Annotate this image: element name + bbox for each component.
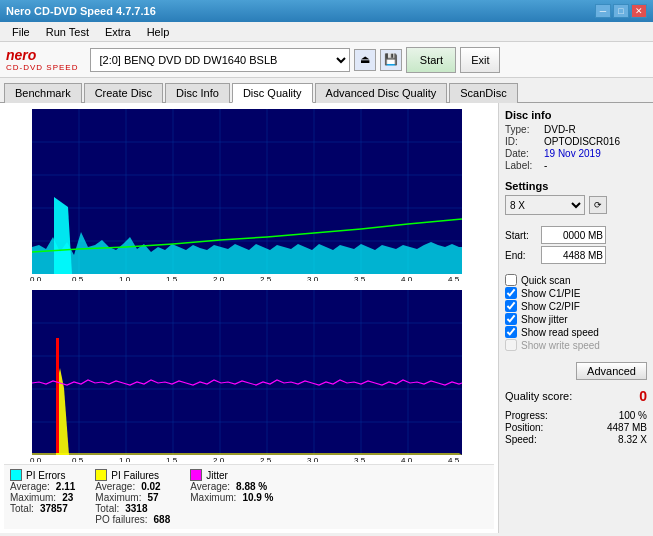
chart2-x-4.5: 4.5 xyxy=(448,456,460,462)
tab-disc-info[interactable]: Disc Info xyxy=(165,83,230,103)
settings-icon[interactable]: ⟳ xyxy=(589,196,607,214)
chart2-x-2.5: 2.5 xyxy=(260,456,272,462)
start-input[interactable] xyxy=(541,226,606,244)
main-content: 50 40 30 20 10 20 16 12 8 4 0.0 0.5 1.0 … xyxy=(0,103,653,533)
pi-failures-max-row: Maximum: 57 xyxy=(95,492,170,503)
quality-score-row: Quality score: 0 xyxy=(505,388,647,404)
tab-create-disc[interactable]: Create Disc xyxy=(84,83,163,103)
show-read-checkbox[interactable] xyxy=(505,326,517,338)
chart1-y-label-20: 20 xyxy=(6,207,15,216)
speed-select[interactable]: 1 X2 X4 X8 X12 X16 XMax xyxy=(505,195,585,215)
chart2-yr-label-16: 16 xyxy=(465,322,474,331)
title-bar: Nero CD-DVD Speed 4.7.7.16 ─ □ ✕ xyxy=(0,0,653,22)
settings-section: Settings 1 X2 X4 X8 X12 X16 XMax ⟳ xyxy=(505,180,647,218)
disc-type-row: Type: DVD-R xyxy=(505,124,647,135)
start-button[interactable]: Start xyxy=(406,47,456,73)
chart1-yr-label-8: 8 xyxy=(465,207,470,216)
stats-bar: PI Errors Average: 2.11 Maximum: 23 Tota… xyxy=(4,464,494,529)
toolbar: nero CD-DVD SPEED [2:0] BENQ DVD DD DW16… xyxy=(0,42,653,78)
jitter-max-row: Maximum: 10.9 % xyxy=(190,492,273,503)
menu-help[interactable]: Help xyxy=(139,24,178,40)
quality-score-value: 0 xyxy=(639,388,647,404)
chart2-red-spike xyxy=(56,338,59,453)
show-c1-checkbox[interactable] xyxy=(505,287,517,299)
tab-scan-disc[interactable]: ScanDisc xyxy=(449,83,517,103)
chart1-x-3.5: 3.5 xyxy=(354,275,366,281)
stat-jitter: Jitter Average: 8.88 % Maximum: 10.9 % xyxy=(190,469,273,525)
show-jitter-checkbox[interactable] xyxy=(505,313,517,325)
advanced-button[interactable]: Advanced xyxy=(576,362,647,380)
chart2-y-label-40: 40 xyxy=(6,388,15,397)
stat-pi-failures: PI Failures Average: 0.02 Maximum: 57 To… xyxy=(95,469,170,525)
eject-icon[interactable]: ⏏ xyxy=(354,49,376,71)
chart2-y-label-80: 80 xyxy=(6,322,15,331)
right-panel: Disc info Type: DVD-R ID: OPTODISCR016 D… xyxy=(498,103,653,533)
tab-benchmark[interactable]: Benchmark xyxy=(4,83,82,103)
pi-errors-average-row: Average: 2.11 xyxy=(10,481,75,492)
menu-bar: File Run Test Extra Help xyxy=(0,22,653,42)
nero-logo-subtitle: CD-DVD SPEED xyxy=(6,63,78,72)
chart2-x-0.0: 0.0 xyxy=(30,456,42,462)
position-row: Position: 4487 MB xyxy=(505,422,647,433)
chart1-svg: 50 40 30 20 10 20 16 12 8 4 0.0 0.5 1.0 … xyxy=(4,107,494,281)
save-icon[interactable]: 💾 xyxy=(380,49,402,71)
chart-pi-errors: 50 40 30 20 10 20 16 12 8 4 0.0 0.5 1.0 … xyxy=(4,107,494,281)
end-input[interactable] xyxy=(541,246,606,264)
jitter-color xyxy=(190,469,202,481)
menu-file[interactable]: File xyxy=(4,24,38,40)
pi-failures-po-row: PO failures: 688 xyxy=(95,514,170,525)
show-jitter-row: Show jitter xyxy=(505,313,647,325)
chart-pi-failures: 100 80 60 40 20 20 16 12 8 4 0.0 0.5 1.0… xyxy=(4,288,494,462)
chart1-x-2.5: 2.5 xyxy=(260,275,272,281)
tab-bar: Benchmark Create Disc Disc Info Disc Qua… xyxy=(0,78,653,103)
menu-extra[interactable]: Extra xyxy=(97,24,139,40)
chart1-yr-label-20: 20 xyxy=(465,108,474,117)
window-controls: ─ □ ✕ xyxy=(595,4,647,18)
pi-failures-color xyxy=(95,469,107,481)
chart1-yr-label-16: 16 xyxy=(465,141,474,150)
pi-errors-max-row: Maximum: 23 xyxy=(10,492,75,503)
chart1-x-3.0: 3.0 xyxy=(307,275,319,281)
nero-logo: nero CD-DVD SPEED xyxy=(6,47,78,72)
quick-scan-checkbox[interactable] xyxy=(505,274,517,286)
end-row: End: xyxy=(505,246,647,264)
disc-info-title: Disc info xyxy=(505,109,647,121)
menu-run-test[interactable]: Run Test xyxy=(38,24,97,40)
chart2-y-label-100: 100 xyxy=(4,289,18,298)
show-read-row: Show read speed xyxy=(505,326,647,338)
checkboxes-section: Quick scan Show C1/PIE Show C2/PIF Show … xyxy=(505,274,647,352)
disc-label-row: Label: - xyxy=(505,160,647,171)
maximize-button[interactable]: □ xyxy=(613,4,629,18)
chart2-svg: 100 80 60 40 20 20 16 12 8 4 0.0 0.5 1.0… xyxy=(4,288,494,462)
chart1-x-4.0: 4.0 xyxy=(401,275,413,281)
chart2-x-4.0: 4.0 xyxy=(401,456,413,462)
minimize-button[interactable]: ─ xyxy=(595,4,611,18)
tab-advanced-disc-quality[interactable]: Advanced Disc Quality xyxy=(315,83,448,103)
start-row: Start: xyxy=(505,226,647,244)
show-write-checkbox xyxy=(505,339,517,351)
chart1-y-label-10: 10 xyxy=(6,240,15,249)
show-write-row: Show write speed xyxy=(505,339,647,351)
chart1-x-2.0: 2.0 xyxy=(213,275,225,281)
show-c1-row: Show C1/PIE xyxy=(505,287,647,299)
jitter-label: Jitter xyxy=(190,469,273,481)
exit-button[interactable]: Exit xyxy=(460,47,500,73)
disc-id-row: ID: OPTODISCR016 xyxy=(505,136,647,147)
chart1-y-label-40: 40 xyxy=(6,141,15,150)
jitter-average-row: Average: 8.88 % xyxy=(190,481,273,492)
disc-info-section: Disc info Type: DVD-R ID: OPTODISCR016 D… xyxy=(505,109,647,172)
advanced-btn-container: Advanced xyxy=(505,360,647,380)
drive-select[interactable]: [2:0] BENQ DVD DD DW1640 BSLB xyxy=(90,48,350,72)
chart2-x-3.5: 3.5 xyxy=(354,456,366,462)
chart2-x-3.0: 3.0 xyxy=(307,456,319,462)
chart1-x-0.5: 0.5 xyxy=(72,275,84,281)
scan-range-section: Start: End: xyxy=(505,226,647,266)
pi-failures-label: PI Failures xyxy=(95,469,170,481)
show-c2-checkbox[interactable] xyxy=(505,300,517,312)
tab-disc-quality[interactable]: Disc Quality xyxy=(232,83,313,103)
chart1-x-0.0: 0.0 xyxy=(30,275,42,281)
close-button[interactable]: ✕ xyxy=(631,4,647,18)
chart2-bg xyxy=(32,290,462,455)
pi-errors-label: PI Errors xyxy=(10,469,75,481)
chart2-x-1.0: 1.0 xyxy=(119,456,131,462)
